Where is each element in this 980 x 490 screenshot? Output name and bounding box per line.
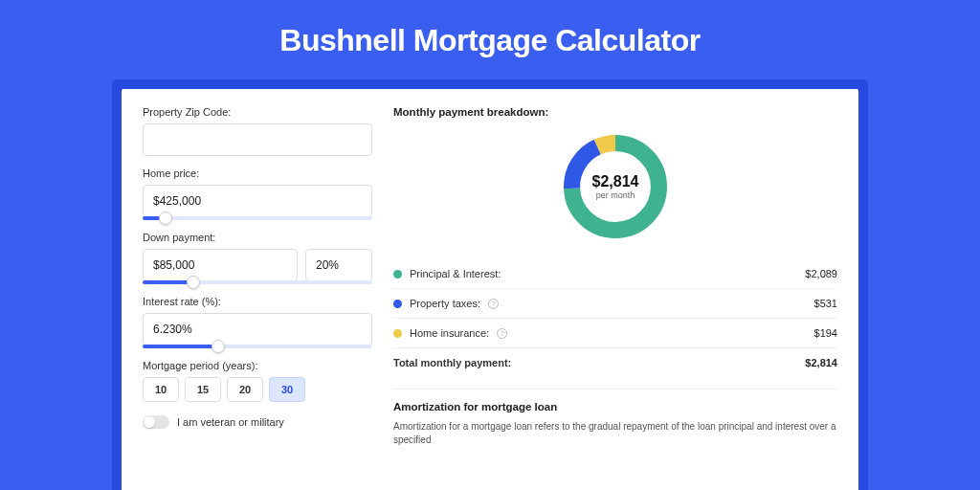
line-item-total: Total monthly payment: $2,814 (393, 348, 837, 377)
amortization-title: Amortization for mortgage loan (393, 401, 837, 412)
period-options: 10 15 20 30 (143, 377, 372, 402)
line-item-value: $2,089 (805, 268, 837, 279)
line-item-label: Principal & Interest: (410, 268, 501, 279)
line-item-taxes: Property taxes: ? $531 (393, 289, 837, 319)
line-item-value: $531 (814, 298, 837, 309)
veteran-toggle-row: I am veteran or military (143, 415, 372, 429)
total-value: $2,814 (805, 357, 837, 368)
field-down-payment: Down payment: (143, 232, 372, 284)
amortization-text: Amortization for a mortgage loan refers … (393, 420, 837, 447)
home-price-label: Home price: (143, 167, 372, 179)
field-zip: Property Zip Code: (143, 106, 372, 156)
zip-input[interactable] (143, 123, 372, 156)
line-item-principal: Principal & Interest: $2,089 (393, 259, 837, 289)
legend-dot-icon (393, 329, 402, 338)
info-icon[interactable]: ? (488, 299, 499, 309)
period-option-20[interactable]: 20 (227, 377, 263, 402)
line-item-value: $194 (814, 327, 837, 339)
total-label: Total monthly payment: (393, 357, 511, 368)
down-percent-input[interactable] (305, 249, 372, 281)
calculator-card: Property Zip Code: Home price: Down paym… (122, 89, 858, 490)
mortgage-period-label: Mortgage period (years): (143, 360, 372, 371)
interest-rate-input[interactable] (143, 313, 372, 345)
breakdown-column: Monthly payment breakdown: $2,814 per mo… (393, 106, 837, 483)
line-item-label: Home insurance: (410, 327, 489, 339)
down-amount-input[interactable] (143, 249, 298, 281)
period-option-10[interactable]: 10 (143, 377, 179, 402)
legend-dot-icon (393, 300, 402, 308)
donut-sub: per month (592, 190, 639, 200)
amortization-section: Amortization for mortgage loan Amortizat… (393, 389, 837, 447)
home-price-slider[interactable] (143, 216, 372, 220)
donut-center: $2,814 per month (592, 173, 639, 200)
donut-chart-wrap: $2,814 per month (393, 129, 837, 244)
page-title: Bushnell Mortgage Calculator (0, 0, 980, 79)
veteran-label: I am veteran or military (177, 416, 284, 428)
donut-amount: $2,814 (592, 173, 639, 190)
donut-chart: $2,814 per month (558, 129, 673, 244)
slider-fill (143, 345, 218, 348)
slider-thumb[interactable] (159, 212, 172, 225)
breakdown-list: Principal & Interest: $2,089 Property ta… (393, 259, 837, 377)
zip-label: Property Zip Code: (143, 106, 372, 118)
info-icon[interactable]: ? (497, 328, 507, 339)
period-option-15[interactable]: 15 (185, 377, 221, 402)
down-payment-label: Down payment: (143, 232, 372, 243)
interest-rate-slider[interactable] (143, 345, 372, 348)
field-interest-rate: Interest rate (%): (143, 296, 372, 348)
legend-dot-icon (393, 270, 402, 278)
line-item-insurance: Home insurance: ? $194 (393, 319, 837, 348)
field-mortgage-period: Mortgage period (years): 10 15 20 30 (143, 360, 372, 402)
card-backdrop: Property Zip Code: Home price: Down paym… (112, 79, 868, 490)
line-item-label: Property taxes: (410, 298, 480, 309)
field-home-price: Home price: (143, 167, 372, 220)
period-option-30[interactable]: 30 (269, 377, 305, 402)
slider-thumb[interactable] (212, 340, 225, 353)
veteran-toggle[interactable] (143, 415, 169, 429)
breakdown-title: Monthly payment breakdown: (393, 106, 837, 118)
home-price-input[interactable] (143, 185, 372, 217)
down-payment-slider[interactable] (143, 280, 372, 284)
form-column: Property Zip Code: Home price: Down paym… (143, 106, 372, 483)
slider-thumb[interactable] (187, 276, 200, 289)
interest-rate-label: Interest rate (%): (143, 296, 372, 307)
